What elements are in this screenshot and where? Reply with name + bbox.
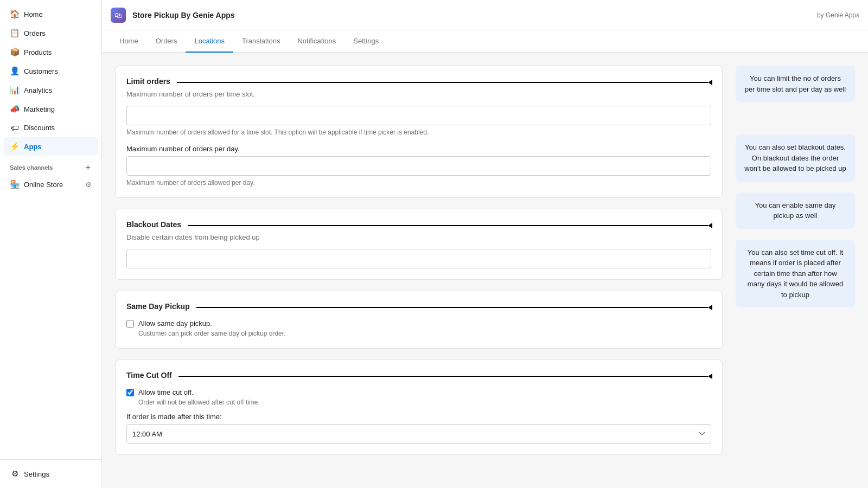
time-cut-off-checkbox-desc: Order will not be allowed after cut off … xyxy=(138,399,711,406)
limit-orders-timeslot-helper: Maximum number of orders allowed for a t… xyxy=(126,129,711,136)
tip-time-cut-off: You can also set time cut off. It means … xyxy=(736,240,855,308)
sidebar-item-customers[interactable]: 👤 Customers xyxy=(3,62,98,80)
time-cut-off-checkbox[interactable] xyxy=(126,389,134,396)
sidebar-item-label: Apps xyxy=(24,143,42,151)
time-select-wrapper: 12:00 AM 1:00 AM 2:00 AM 6:00 AM 8:00 AM… xyxy=(126,424,711,444)
tab-locations[interactable]: Locations xyxy=(186,30,233,53)
settings-icon: ⚙ xyxy=(10,469,20,479)
limit-orders-card: Limit orders Maximum number of orders pe… xyxy=(115,66,723,198)
sidebar-item-settings[interactable]: ⚙ Settings xyxy=(3,465,98,483)
tab-nav: Home Orders Locations Translations Notif… xyxy=(102,30,868,53)
blackout-dates-input-group xyxy=(126,249,711,268)
marketing-icon: 📣 xyxy=(10,104,20,114)
discounts-icon: 🏷 xyxy=(10,123,20,132)
tab-home[interactable]: Home xyxy=(111,30,147,53)
sidebar: 🏠 Home 📋 Orders 📦 Products 👤 Customers 📊… xyxy=(0,0,102,488)
sidebar-item-home[interactable]: 🏠 Home xyxy=(3,5,98,23)
time-cut-off-title: Time Cut Off xyxy=(126,371,172,380)
tip-blackout-dates-bubble: You can also set blackout dates. On blac… xyxy=(736,134,855,182)
tip-time-cut-off-bubble: You can also set time cut off. It means … xyxy=(736,240,855,308)
analytics-icon: 📊 xyxy=(10,85,20,95)
tab-notifications[interactable]: Notifications xyxy=(289,30,344,53)
limit-orders-timeslot-group: Maximum number of orders allowed for a t… xyxy=(126,106,711,136)
tab-orders[interactable]: Orders xyxy=(147,30,186,53)
by-genie-label: by Genie Apps xyxy=(817,11,859,19)
tips-column: You can limit the no of orders per time … xyxy=(736,66,855,475)
tip-limit-orders-bubble: You can limit the no of orders per time … xyxy=(736,66,855,102)
limit-orders-timeslot-input[interactable] xyxy=(126,106,711,125)
content-area: Limit orders Maximum number of orders pe… xyxy=(102,53,868,488)
same-day-pickup-title: Same Day Pickup xyxy=(126,302,190,311)
sidebar-item-label: Discounts xyxy=(24,124,55,132)
sidebar-item-label: Orders xyxy=(24,29,46,37)
app-icon: 🛍 xyxy=(111,8,126,23)
time-cut-off-checkbox-label[interactable]: Allow time cut off. xyxy=(126,388,711,396)
sidebar-item-orders[interactable]: 📋 Orders xyxy=(3,24,98,42)
tab-translations[interactable]: Translations xyxy=(233,30,289,53)
limit-orders-perday-input[interactable] xyxy=(126,156,711,176)
tip-blackout-dates: You can also set blackout dates. On blac… xyxy=(736,134,855,182)
tab-settings[interactable]: Settings xyxy=(344,30,387,53)
same-day-pickup-checkbox-desc: Customer can pick order same day of pick… xyxy=(138,330,711,337)
tip-limit-orders: You can limit the no of orders per time … xyxy=(736,66,855,102)
same-day-pickup-checkbox[interactable] xyxy=(126,320,134,328)
limit-orders-title: Limit orders xyxy=(126,77,170,86)
blackout-dates-card: Blackout Dates Disable certain dates fro… xyxy=(115,209,723,280)
limit-orders-perday-group: Maximum number of orders per day. Maximu… xyxy=(126,145,711,187)
time-cut-off-select[interactable]: 12:00 AM 1:00 AM 2:00 AM 6:00 AM 8:00 AM… xyxy=(126,424,711,444)
limit-orders-subtitle: Maximum number of orders per time slot. xyxy=(126,90,711,98)
sales-channels-label: Sales channels xyxy=(10,164,53,171)
sales-channels-section: Sales channels ＋ xyxy=(0,156,101,175)
tip-spacer-1 xyxy=(736,113,855,124)
sidebar-item-apps[interactable]: ⚡ Apps xyxy=(3,137,98,156)
customers-icon: 👤 xyxy=(10,66,20,76)
products-icon: 📦 xyxy=(10,47,20,57)
topbar: 🛍 Store Pickup By Genie Apps by Genie Ap… xyxy=(102,0,868,30)
online-store-icon: 🏪 xyxy=(10,179,20,189)
sidebar-item-label: Products xyxy=(24,48,52,56)
sidebar-item-products[interactable]: 📦 Products xyxy=(3,43,98,61)
online-store-settings-icon[interactable]: ⚙ xyxy=(85,181,92,189)
main-area: 🛍 Store Pickup By Genie Apps by Genie Ap… xyxy=(102,0,868,488)
sidebar-item-analytics[interactable]: 📊 Analytics xyxy=(3,81,98,99)
limit-orders-perday-label: Maximum number of orders per day. xyxy=(126,145,711,153)
sidebar-item-label: Customers xyxy=(24,67,58,75)
blackout-dates-input[interactable] xyxy=(126,249,711,268)
home-icon: 🏠 xyxy=(10,9,20,19)
orders-icon: 📋 xyxy=(10,28,20,38)
sections-column: Limit orders Maximum number of orders pe… xyxy=(115,66,723,475)
sidebar-item-label: Online Store xyxy=(24,181,63,189)
same-day-pickup-card: Same Day Pickup Allow same day pickup. C… xyxy=(115,291,723,349)
add-sales-channel-button[interactable]: ＋ xyxy=(84,163,92,172)
sidebar-item-label: Home xyxy=(24,10,43,18)
sidebar-item-label: Settings xyxy=(24,470,49,478)
tip-same-day-pickup-bubble: You can enable same day pickup as well xyxy=(736,192,855,229)
sidebar-bottom: ⚙ Settings xyxy=(0,459,101,488)
blackout-dates-subtitle: Disable certain dates from being picked … xyxy=(126,233,711,241)
same-day-pickup-checkbox-label[interactable]: Allow same day pickup. xyxy=(126,319,711,328)
app-icon-glyph: 🛍 xyxy=(114,11,122,20)
time-cut-off-select-group: If order is made after this time: 12:00 … xyxy=(126,413,711,444)
sidebar-item-label: Marketing xyxy=(24,105,55,113)
time-cut-off-card: Time Cut Off Allow time cut off. Order w… xyxy=(115,359,723,455)
blackout-dates-title: Blackout Dates xyxy=(126,220,181,229)
app-title: Store Pickup By Genie Apps xyxy=(132,11,235,20)
limit-orders-perday-helper: Maximum number of orders allowed per day… xyxy=(126,179,711,187)
tip-same-day-pickup: You can enable same day pickup as well xyxy=(736,192,855,229)
sidebar-item-marketing[interactable]: 📣 Marketing xyxy=(3,100,98,118)
time-cut-off-checkbox-text: Allow time cut off. xyxy=(138,388,194,396)
apps-icon: ⚡ xyxy=(10,142,20,151)
sidebar-item-discounts[interactable]: 🏷 Discounts xyxy=(3,119,98,137)
sidebar-item-label: Analytics xyxy=(24,86,52,94)
sidebar-nav: 🏠 Home 📋 Orders 📦 Products 👤 Customers 📊… xyxy=(0,0,101,459)
same-day-pickup-checkbox-text: Allow same day pickup. xyxy=(138,319,212,328)
if-order-label: If order is made after this time: xyxy=(126,413,711,421)
sidebar-item-online-store[interactable]: 🏪 Online Store ⚙ xyxy=(3,175,98,194)
